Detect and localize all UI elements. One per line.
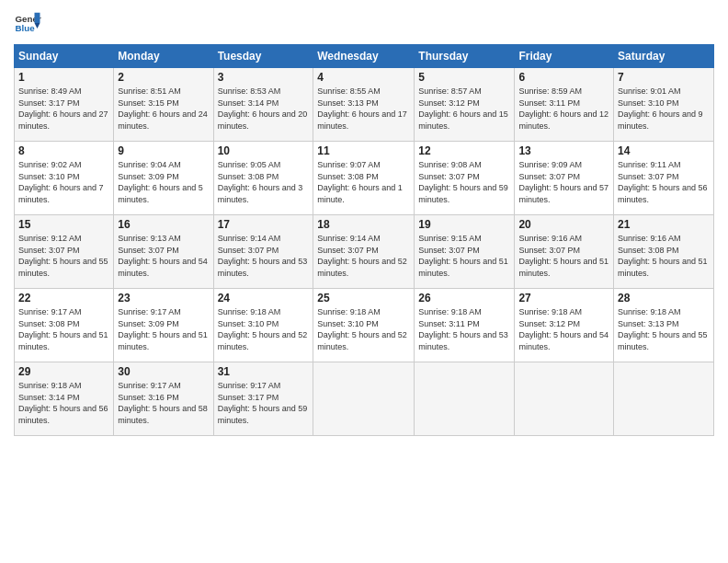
day-number: 28 bbox=[618, 292, 710, 304]
calendar-cell bbox=[313, 362, 415, 436]
day-info: Sunrise: 9:11 AMSunset: 3:07 PMDaylight:… bbox=[618, 159, 710, 205]
day-info: Sunrise: 8:55 AMSunset: 3:13 PMDaylight:… bbox=[317, 86, 410, 132]
weekday-header-saturday: Saturday bbox=[614, 45, 714, 68]
day-number: 31 bbox=[218, 365, 310, 378]
calendar-cell: 16Sunrise: 9:13 AMSunset: 3:07 PMDayligh… bbox=[114, 215, 213, 289]
day-number: 14 bbox=[618, 144, 710, 157]
day-number: 2 bbox=[118, 71, 209, 84]
day-number: 5 bbox=[418, 71, 510, 84]
day-number: 6 bbox=[518, 71, 609, 84]
day-info: Sunrise: 9:17 AMSunset: 3:16 PMDaylight:… bbox=[118, 380, 209, 426]
day-info: Sunrise: 9:17 AMSunset: 3:17 PMDaylight:… bbox=[218, 380, 310, 426]
calendar-cell: 14Sunrise: 9:11 AMSunset: 3:07 PMDayligh… bbox=[614, 142, 714, 215]
calendar-cell bbox=[614, 362, 714, 436]
weekday-header-row: SundayMondayTuesdayWednesdayThursdayFrid… bbox=[15, 45, 714, 68]
week-row-3: 15Sunrise: 9:12 AMSunset: 3:07 PMDayligh… bbox=[15, 215, 714, 289]
day-info: Sunrise: 9:18 AMSunset: 3:14 PMDaylight:… bbox=[18, 380, 109, 426]
day-info: Sunrise: 9:08 AMSunset: 3:07 PMDaylight:… bbox=[418, 159, 510, 205]
calendar-cell: 26Sunrise: 9:18 AMSunset: 3:11 PMDayligh… bbox=[415, 289, 515, 362]
weekday-header-sunday: Sunday bbox=[15, 45, 114, 68]
weekday-header-thursday: Thursday bbox=[415, 45, 515, 68]
day-number: 26 bbox=[418, 292, 510, 304]
day-info: Sunrise: 9:13 AMSunset: 3:07 PMDaylight:… bbox=[118, 233, 209, 279]
day-number: 16 bbox=[118, 218, 209, 231]
week-row-2: 8Sunrise: 9:02 AMSunset: 3:10 PMDaylight… bbox=[15, 142, 714, 215]
calendar-cell: 27Sunrise: 9:18 AMSunset: 3:12 PMDayligh… bbox=[515, 289, 614, 362]
week-row-1: 1Sunrise: 8:49 AMSunset: 3:17 PMDaylight… bbox=[15, 68, 714, 142]
day-info: Sunrise: 9:16 AMSunset: 3:07 PMDaylight:… bbox=[518, 233, 609, 279]
calendar-cell: 24Sunrise: 9:18 AMSunset: 3:10 PMDayligh… bbox=[213, 289, 313, 362]
day-info: Sunrise: 9:15 AMSunset: 3:07 PMDaylight:… bbox=[418, 233, 510, 279]
day-number: 4 bbox=[317, 71, 410, 84]
day-info: Sunrise: 8:59 AMSunset: 3:11 PMDaylight:… bbox=[518, 86, 609, 132]
day-number: 7 bbox=[618, 71, 710, 84]
calendar-cell: 31Sunrise: 9:17 AMSunset: 3:17 PMDayligh… bbox=[213, 362, 313, 436]
header: General Blue bbox=[14, 9, 714, 37]
day-number: 12 bbox=[418, 144, 510, 157]
day-number: 15 bbox=[18, 218, 109, 231]
calendar-cell: 20Sunrise: 9:16 AMSunset: 3:07 PMDayligh… bbox=[515, 215, 614, 289]
calendar-cell: 21Sunrise: 9:16 AMSunset: 3:08 PMDayligh… bbox=[614, 215, 714, 289]
day-number: 19 bbox=[418, 218, 510, 231]
weekday-header-wednesday: Wednesday bbox=[313, 45, 415, 68]
day-info: Sunrise: 9:02 AMSunset: 3:10 PMDaylight:… bbox=[18, 159, 109, 205]
day-info: Sunrise: 9:18 AMSunset: 3:13 PMDaylight:… bbox=[618, 306, 710, 352]
calendar-cell: 2Sunrise: 8:51 AMSunset: 3:15 PMDaylight… bbox=[114, 68, 213, 142]
day-info: Sunrise: 9:14 AMSunset: 3:07 PMDaylight:… bbox=[218, 233, 310, 279]
day-number: 30 bbox=[118, 365, 209, 378]
day-number: 20 bbox=[518, 218, 609, 231]
day-info: Sunrise: 9:18 AMSunset: 3:10 PMDaylight:… bbox=[317, 306, 410, 352]
calendar-cell: 5Sunrise: 8:57 AMSunset: 3:12 PMDaylight… bbox=[415, 68, 515, 142]
day-info: Sunrise: 9:04 AMSunset: 3:09 PMDaylight:… bbox=[118, 159, 209, 205]
calendar-cell bbox=[515, 362, 614, 436]
day-number: 8 bbox=[18, 144, 109, 157]
calendar-cell: 19Sunrise: 9:15 AMSunset: 3:07 PMDayligh… bbox=[415, 215, 515, 289]
day-number: 17 bbox=[218, 218, 310, 231]
calendar-cell: 29Sunrise: 9:18 AMSunset: 3:14 PMDayligh… bbox=[15, 362, 114, 436]
svg-text:Blue: Blue bbox=[16, 23, 36, 33]
calendar-cell: 23Sunrise: 9:17 AMSunset: 3:09 PMDayligh… bbox=[114, 289, 213, 362]
day-number: 21 bbox=[618, 218, 710, 231]
day-number: 29 bbox=[18, 365, 109, 378]
day-info: Sunrise: 9:17 AMSunset: 3:09 PMDaylight:… bbox=[118, 306, 209, 352]
calendar-cell: 7Sunrise: 9:01 AMSunset: 3:10 PMDaylight… bbox=[614, 68, 714, 142]
day-info: Sunrise: 9:09 AMSunset: 3:07 PMDaylight:… bbox=[518, 159, 609, 205]
day-number: 23 bbox=[118, 292, 209, 304]
calendar-cell: 18Sunrise: 9:14 AMSunset: 3:07 PMDayligh… bbox=[313, 215, 415, 289]
day-info: Sunrise: 8:51 AMSunset: 3:15 PMDaylight:… bbox=[118, 86, 209, 132]
day-number: 18 bbox=[317, 218, 410, 231]
day-info: Sunrise: 9:07 AMSunset: 3:08 PMDaylight:… bbox=[317, 159, 410, 205]
calendar-table: SundayMondayTuesdayWednesdayThursdayFrid… bbox=[14, 44, 714, 436]
day-number: 9 bbox=[118, 144, 209, 157]
weekday-header-tuesday: Tuesday bbox=[213, 45, 313, 68]
calendar-cell: 10Sunrise: 9:05 AMSunset: 3:08 PMDayligh… bbox=[213, 142, 313, 215]
day-info: Sunrise: 9:18 AMSunset: 3:10 PMDaylight:… bbox=[218, 306, 310, 352]
day-info: Sunrise: 9:18 AMSunset: 3:12 PMDaylight:… bbox=[518, 306, 609, 352]
day-number: 11 bbox=[317, 144, 410, 157]
logo: General Blue bbox=[14, 9, 45, 37]
day-number: 25 bbox=[317, 292, 410, 304]
day-info: Sunrise: 9:16 AMSunset: 3:08 PMDaylight:… bbox=[618, 233, 710, 279]
week-row-4: 22Sunrise: 9:17 AMSunset: 3:08 PMDayligh… bbox=[15, 289, 714, 362]
day-number: 27 bbox=[518, 292, 609, 304]
calendar-cell: 22Sunrise: 9:17 AMSunset: 3:08 PMDayligh… bbox=[15, 289, 114, 362]
calendar-cell: 8Sunrise: 9:02 AMSunset: 3:10 PMDaylight… bbox=[15, 142, 114, 215]
day-info: Sunrise: 8:53 AMSunset: 3:14 PMDaylight:… bbox=[218, 86, 310, 132]
calendar-cell: 15Sunrise: 9:12 AMSunset: 3:07 PMDayligh… bbox=[15, 215, 114, 289]
calendar-cell: 9Sunrise: 9:04 AMSunset: 3:09 PMDaylight… bbox=[114, 142, 213, 215]
svg-marker-2 bbox=[35, 13, 40, 23]
day-number: 3 bbox=[218, 71, 310, 84]
day-info: Sunrise: 8:49 AMSunset: 3:17 PMDaylight:… bbox=[18, 86, 109, 132]
day-number: 24 bbox=[218, 292, 310, 304]
day-info: Sunrise: 9:12 AMSunset: 3:07 PMDaylight:… bbox=[18, 233, 109, 279]
weekday-header-monday: Monday bbox=[114, 45, 213, 68]
calendar-cell: 11Sunrise: 9:07 AMSunset: 3:08 PMDayligh… bbox=[313, 142, 415, 215]
calendar-cell: 3Sunrise: 8:53 AMSunset: 3:14 PMDaylight… bbox=[213, 68, 313, 142]
calendar-cell: 6Sunrise: 8:59 AMSunset: 3:11 PMDaylight… bbox=[515, 68, 614, 142]
calendar-cell: 12Sunrise: 9:08 AMSunset: 3:07 PMDayligh… bbox=[415, 142, 515, 215]
day-info: Sunrise: 9:01 AMSunset: 3:10 PMDaylight:… bbox=[618, 86, 710, 132]
svg-marker-3 bbox=[35, 23, 40, 29]
calendar-cell: 17Sunrise: 9:14 AMSunset: 3:07 PMDayligh… bbox=[213, 215, 313, 289]
day-info: Sunrise: 9:17 AMSunset: 3:08 PMDaylight:… bbox=[18, 306, 109, 352]
weekday-header-friday: Friday bbox=[515, 45, 614, 68]
